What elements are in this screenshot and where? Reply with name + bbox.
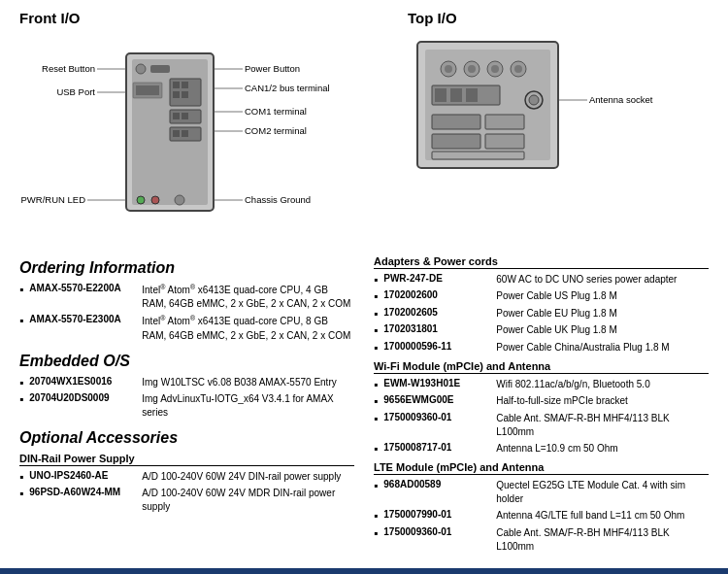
item-code: AMAX-5570-E2300A bbox=[29, 314, 136, 324]
front-io-section: Front I/O bbox=[19, 10, 398, 236]
svg-text:USB Port: USB Port bbox=[56, 86, 95, 97]
list-item: ▪ 1702002600 Power Cable US Plug 1.8 M bbox=[374, 289, 709, 303]
bullet-icon: ▪ bbox=[374, 341, 378, 355]
bullet-icon: ▪ bbox=[374, 289, 378, 303]
bullet-icon: ▪ bbox=[374, 509, 378, 523]
prod-code: 968AD00589 bbox=[383, 479, 490, 490]
top-io-title: Top I/O bbox=[408, 10, 709, 26]
optional-accessories-title: Optional Accessories bbox=[19, 429, 354, 447]
svg-rect-15 bbox=[173, 130, 180, 137]
prod-desc: Power Cable US Plug 1.8 M bbox=[496, 289, 617, 303]
svg-point-41 bbox=[468, 65, 476, 73]
list-item: ▪ 1750009360-01 Cable Ant. SMA/F-R-BH MH… bbox=[374, 526, 709, 554]
list-item: ▪ UNO-IPS2460-AE A/D 100-240V 60W 24V DI… bbox=[19, 470, 354, 484]
bullet-icon: ▪ bbox=[374, 479, 378, 492]
svg-rect-8 bbox=[182, 82, 188, 88]
svg-point-45 bbox=[514, 65, 522, 73]
wifi-items: ▪ EWM-W193H01E Wifi 802.11ac/a/b/g/n, Bl… bbox=[374, 378, 709, 456]
list-item: ▪ 1750007990-01 Antenna 4G/LTE full band… bbox=[374, 509, 709, 523]
item-desc: A/D 100-240V 60W 24V DIN-rail power supp… bbox=[142, 470, 341, 484]
item-code: AMAX-5570-E2200A bbox=[29, 283, 136, 293]
list-item: ▪ 20704WX1ES0016 Img W10LTSC v6.08 B038 … bbox=[19, 376, 354, 389]
lte-items: ▪ 968AD00589 Quectel EG25G LTE Module Ca… bbox=[374, 479, 709, 553]
list-item: ▪ 96PSD-A60W24-MM A/D 100-240V 60W 24V M… bbox=[19, 487, 354, 514]
prod-desc: Half-to-full-size mPCIe bracket bbox=[496, 394, 628, 408]
prod-code: 1750007990-01 bbox=[383, 509, 490, 520]
wifi-subsection: Wi-Fi Module (mPCIe) and Antenna bbox=[374, 360, 709, 374]
lte-subsection: LTE Module (mPCIe) and Antenna bbox=[374, 461, 709, 475]
list-item: ▪ AMAX-5570-E2200A Intel® Atom® x6413E q… bbox=[19, 283, 354, 311]
prod-desc: Cable Ant. SMA/F-R-BH MHF4/113 BLK L100m… bbox=[496, 412, 709, 439]
item-code: 96PSD-A60W24-MM bbox=[29, 487, 136, 497]
top-io-section: Top I/O bbox=[408, 10, 709, 236]
bullet-icon: ▪ bbox=[374, 323, 378, 337]
svg-point-17 bbox=[137, 196, 145, 204]
list-item: ▪ AMAX-5570-E2300A Intel® Atom® x6413E q… bbox=[19, 314, 354, 342]
bullet-icon: ▪ bbox=[19, 487, 23, 500]
prod-code: 1700000596-11 bbox=[383, 341, 490, 352]
svg-point-19 bbox=[175, 195, 184, 205]
svg-rect-16 bbox=[182, 130, 188, 137]
prod-code: EWM-W193H01E bbox=[383, 378, 490, 388]
bullet-icon: ▪ bbox=[19, 470, 23, 484]
svg-rect-10 bbox=[182, 91, 188, 98]
prod-desc: Quectel EG25G LTE Module Cat. 4 with sim… bbox=[496, 479, 709, 506]
list-item: ▪ PWR-247-DE 60W AC to DC UNO series pow… bbox=[374, 273, 709, 287]
bullet-icon: ▪ bbox=[374, 378, 378, 391]
front-io-title: Front I/O bbox=[19, 10, 398, 26]
list-item: ▪ 1750009360-01 Cable Ant. SMA/F-R-BH MH… bbox=[374, 412, 709, 439]
adapters-items: ▪ PWR-247-DE 60W AC to DC UNO series pow… bbox=[374, 273, 709, 355]
prod-desc: Wifi 802.11ac/a/b/g/n, Bluetooth 5.0 bbox=[496, 378, 649, 391]
prod-code: 9656EWMG00E bbox=[383, 394, 490, 405]
svg-point-43 bbox=[491, 65, 499, 73]
adapters-subsection: Adapters & Power cords bbox=[374, 255, 709, 269]
footer-bar: Online Download www.advantech.com/produc… bbox=[0, 568, 728, 574]
bullet-icon: ▪ bbox=[374, 412, 378, 425]
svg-point-18 bbox=[151, 196, 159, 204]
svg-rect-49 bbox=[435, 88, 447, 102]
prod-code: 1702002600 bbox=[383, 289, 490, 300]
list-item: ▪ 9656EWMG00E Half-to-full-size mPCIe br… bbox=[374, 394, 709, 408]
item-code: 20704U20DS0009 bbox=[29, 392, 136, 403]
optional-items: ▪ UNO-IPS2460-AE A/D 100-240V 60W 24V DI… bbox=[19, 470, 354, 514]
svg-point-2 bbox=[136, 64, 146, 74]
embedded-os-title: Embedded O/S bbox=[19, 353, 354, 370]
svg-rect-51 bbox=[466, 88, 478, 102]
front-io-diagram: Reset Button USB Port PWR/RUN LED Power … bbox=[19, 32, 369, 236]
bullet-icon: ▪ bbox=[19, 314, 23, 327]
svg-rect-12 bbox=[173, 113, 180, 119]
list-item: ▪ 1750008717-01 Antenna L=10.9 cm 50 Ohm bbox=[374, 442, 709, 456]
svg-point-47 bbox=[529, 95, 539, 105]
list-item: ▪ 1702031801 Power Cable UK Plug 1.8 M bbox=[374, 323, 709, 337]
svg-text:Antenna socket: Antenna socket bbox=[589, 94, 653, 105]
svg-text:COM2 terminal: COM2 terminal bbox=[245, 125, 307, 136]
prod-desc: 60W AC to DC UNO series power adapter bbox=[496, 273, 677, 287]
svg-rect-56 bbox=[432, 152, 524, 159]
item-desc: A/D 100-240V 60W 24V MDR DIN-rail power … bbox=[142, 487, 354, 514]
left-column: Ordering Information ▪ AMAX-5570-E2200A … bbox=[19, 250, 354, 557]
dinrail-subsection: DIN-Rail Power Supply bbox=[19, 453, 354, 466]
prod-code: 1750009360-01 bbox=[383, 412, 490, 422]
svg-rect-7 bbox=[173, 82, 180, 88]
list-item: ▪ EWM-W193H01E Wifi 802.11ac/a/b/g/n, Bl… bbox=[374, 378, 709, 391]
prod-code: PWR-247-DE bbox=[383, 273, 490, 284]
svg-rect-5 bbox=[136, 85, 159, 95]
list-item: ▪ 1700000596-11 Power Cable China/Austra… bbox=[374, 341, 709, 355]
prod-desc: Power Cable EU Plug 1.8 M bbox=[496, 307, 617, 321]
svg-rect-50 bbox=[450, 88, 462, 102]
prod-desc: Power Cable China/Australia Plug 1.8 M bbox=[496, 341, 669, 355]
prod-desc: Antenna L=10.9 cm 50 Ohm bbox=[496, 442, 617, 456]
prod-code: 1702031801 bbox=[383, 323, 490, 334]
ordering-section-title: Ordering Information bbox=[19, 259, 354, 277]
bullet-icon: ▪ bbox=[19, 392, 23, 406]
top-io-diagram: Antenna socket bbox=[408, 32, 709, 207]
svg-text:Chassis Ground: Chassis Ground bbox=[245, 194, 311, 205]
list-item: ▪ 968AD00589 Quectel EG25G LTE Module Ca… bbox=[374, 479, 709, 506]
svg-rect-3 bbox=[150, 65, 170, 73]
svg-text:PWR/RUN LED: PWR/RUN LED bbox=[20, 194, 85, 205]
svg-text:Reset Button: Reset Button bbox=[42, 63, 95, 74]
item-desc: Intel® Atom® x6413E quad-core CPU, 8 GB … bbox=[142, 314, 354, 342]
embedded-os-items: ▪ 20704WX1ES0016 Img W10LTSC v6.08 B038 … bbox=[19, 376, 354, 420]
prod-desc: Antenna 4G/LTE full band L=11 cm 50 Ohm bbox=[496, 509, 684, 523]
bullet-icon: ▪ bbox=[374, 273, 378, 287]
